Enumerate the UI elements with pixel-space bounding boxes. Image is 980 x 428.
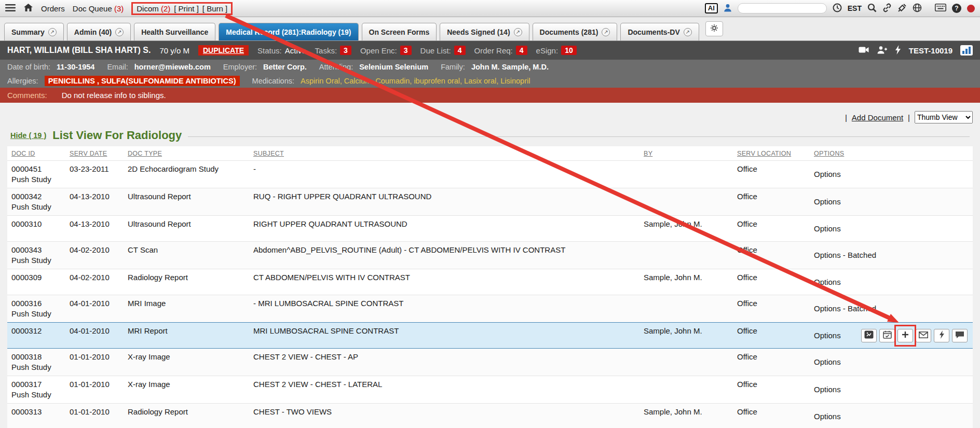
lightning-button[interactable] (934, 329, 949, 342)
push-study-link[interactable]: Push Study (11, 390, 61, 400)
table-row[interactable]: 0000343Push Study 04-02-2010 CT Scan Abd… (7, 242, 973, 269)
ai-badge[interactable]: AI (705, 3, 718, 13)
doc-id-link[interactable]: 0000342 (11, 191, 61, 202)
push-study-link[interactable]: Push Study (11, 309, 61, 319)
col-by[interactable]: BY (639, 146, 733, 161)
dicom-burn-link[interactable]: [ Burn ] (202, 4, 227, 13)
options-link[interactable]: Options (814, 197, 841, 206)
popout-icon[interactable]: ↗ (514, 28, 522, 36)
tab-medical-record-radiology[interactable]: Medical Record (281):Radiology (19) (219, 23, 358, 40)
table-row[interactable]: 0000310 04-13-2010 Ultrasound Report RIG… (7, 216, 973, 242)
add-button[interactable] (897, 329, 913, 342)
table-row[interactable]: 0000451Push Study 03-23-2011 2D Echocard… (7, 161, 973, 188)
tasks-count-badge[interactable]: 3 (340, 46, 351, 55)
doc-id-cell: 0000309 (7, 269, 65, 295)
bar-chart-icon[interactable] (960, 45, 973, 56)
col-serv-date[interactable]: SERV DATE (65, 146, 124, 161)
keyboard-icon[interactable] (935, 4, 946, 13)
options-link[interactable]: Options - Batched (814, 304, 876, 313)
col-subject[interactable]: SUBJECT (249, 146, 639, 161)
patient-name[interactable]: HART, WILLIAM (BILL SHA HART) S. (7, 46, 151, 55)
video-camera-icon[interactable] (859, 46, 869, 55)
view-select[interactable]: Thumb View (915, 111, 973, 123)
options-link[interactable]: Options (814, 170, 841, 178)
options-link[interactable]: Options (814, 278, 841, 286)
popout-icon[interactable]: ↗ (48, 28, 57, 36)
hide-link[interactable]: Hide ( 19 ) (10, 131, 46, 140)
doc-queue-link[interactable]: Doc Queue (3) (73, 4, 124, 13)
orders-link[interactable]: Orders (41, 4, 65, 13)
user-icon[interactable] (724, 4, 732, 13)
clock-icon[interactable] (833, 3, 842, 14)
options-link[interactable]: Options (814, 357, 841, 366)
medications-list[interactable]: Aspirin Oral, Calcium, Coumadin, ibuprof… (301, 77, 530, 85)
due-list-count-badge[interactable]: 4 (454, 46, 466, 55)
doc-id-link[interactable]: 0000316 (11, 298, 61, 309)
col-serv-location[interactable]: SERV LOCATION (733, 146, 810, 161)
options-link[interactable]: Options (814, 412, 841, 421)
envelope-button[interactable] (916, 329, 931, 342)
push-study-link[interactable]: Push Study (11, 255, 61, 266)
doc-id-link[interactable]: 0000343 (11, 245, 61, 255)
doc-id-link[interactable]: 0000451 (11, 164, 61, 174)
table-row[interactable]: 0000313 01-01-2010 Radiology Report CHES… (7, 404, 973, 428)
table-row[interactable]: 0000309 04-02-2010 Radiology Report CT A… (7, 269, 973, 295)
options-link[interactable]: Options (814, 330, 841, 341)
tab-summary[interactable]: Summary↗ (4, 23, 64, 40)
doc-id-link[interactable]: 0000318 (11, 352, 61, 362)
alert-dot-icon[interactable] (967, 5, 975, 12)
doc-id-link[interactable]: 0000317 (11, 379, 61, 390)
tab-documents-dv[interactable]: Documents-DV↗ (620, 23, 699, 40)
options-link[interactable]: Options (814, 385, 841, 394)
push-study-link[interactable]: Push Study (11, 174, 61, 185)
calendar-button[interactable] (879, 329, 895, 342)
table-row[interactable]: 0000316Push Study 04-01-2010 MRI Image -… (7, 295, 973, 323)
popout-icon[interactable]: ↗ (684, 28, 692, 36)
doc-id-link[interactable]: 0000312 (11, 326, 61, 336)
tab-settings-button[interactable] (705, 21, 723, 36)
person-add-icon[interactable] (877, 46, 887, 56)
doc-id-link[interactable]: 0000310 (11, 219, 61, 229)
table-row-selected[interactable]: 0000312 04-01-2010 MRI Report MRI LUMBOS… (7, 323, 973, 349)
dicom-print-link[interactable]: [ Print ] (174, 4, 199, 13)
table-row[interactable]: 0000318Push Study 01-01-2010 X-ray Image… (7, 349, 973, 376)
order-req-count-badge[interactable]: 4 (516, 46, 527, 55)
esign-count-badge[interactable]: 10 (561, 46, 577, 55)
allergies-badge[interactable]: PENICILLINS , SULFA(SULFONAMIDE ANTIBIOT… (45, 76, 240, 86)
image-viewer-button[interactable] (861, 329, 877, 342)
tasks-label: Tasks: (315, 46, 337, 55)
push-study-link[interactable]: Push Study (11, 202, 61, 212)
tab-admin[interactable]: Admin (40)↗ (67, 23, 131, 40)
dicom-link[interactable]: Dicom (2) (137, 4, 170, 13)
comment-button[interactable] (952, 329, 968, 342)
push-study-link[interactable]: Push Study (11, 362, 61, 372)
options-link[interactable]: Options - Batched (814, 251, 876, 259)
doc-id-link[interactable]: 0000313 (11, 407, 61, 417)
lightning-icon[interactable] (895, 45, 901, 56)
options-link[interactable]: Options (814, 224, 841, 233)
col-doc-id[interactable]: DOC ID (7, 146, 65, 161)
tab-health-surveillance[interactable]: Health Surveillance (134, 23, 215, 40)
add-document-link[interactable]: Add Document (852, 113, 903, 122)
injection-icon[interactable] (897, 3, 907, 14)
duplicate-badge[interactable]: DUPLICATE (198, 45, 249, 56)
options-cell: Options - Batched (810, 242, 973, 269)
doc-id-link[interactable]: 0000309 (11, 272, 61, 283)
email-value[interactable]: horner@mieweb.com (134, 63, 211, 71)
home-icon[interactable] (23, 3, 33, 13)
col-options[interactable]: OPTIONS (810, 146, 973, 161)
search-icon[interactable] (867, 3, 877, 14)
popout-icon[interactable]: ↗ (602, 28, 610, 36)
popout-icon[interactable]: ↗ (115, 28, 124, 36)
table-row[interactable]: 0000317Push Study 01-01-2010 X-ray Image… (7, 376, 973, 404)
globe-icon[interactable] (913, 3, 922, 14)
open-enc-count-badge[interactable]: 3 (400, 46, 412, 55)
tab-on-screen-forms[interactable]: On Screen Forms (362, 23, 437, 40)
help-icon[interactable]: ? (952, 4, 961, 13)
col-doc-type[interactable]: DOC TYPE (124, 146, 249, 161)
link-icon[interactable] (882, 3, 892, 14)
menu-icon[interactable] (5, 4, 16, 13)
table-row[interactable]: 0000342Push Study 04-13-2010 Ultrasound … (7, 188, 973, 216)
tab-needs-signed[interactable]: Needs Signed (14)↗ (440, 23, 529, 40)
tab-documents[interactable]: Documents (281)↗ (533, 23, 618, 40)
